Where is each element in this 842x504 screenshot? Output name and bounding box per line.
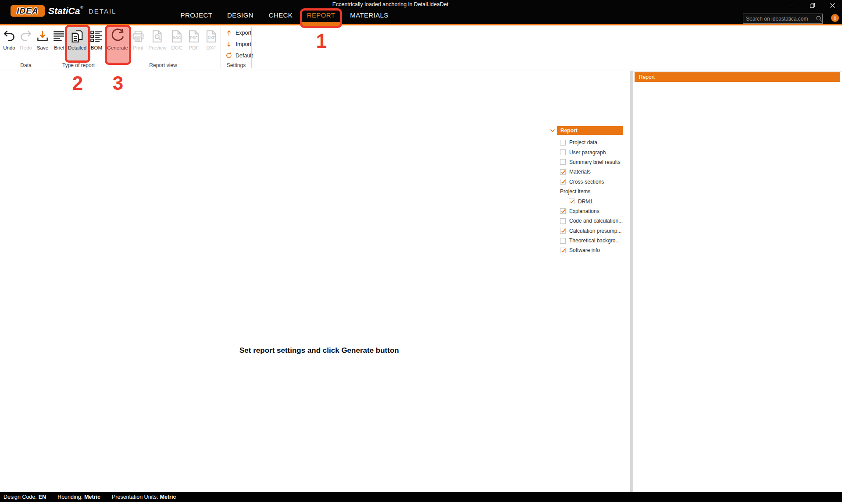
tree-item-label: Calculation presump... xyxy=(569,228,621,234)
import-icon xyxy=(225,41,233,48)
tree-item-label: Code and calculation... xyxy=(569,218,623,224)
tree-item-label: Materials xyxy=(569,169,591,175)
print-icon xyxy=(131,28,146,45)
brief-button[interactable]: Brief xyxy=(52,26,66,61)
tree-item-label: Explanations xyxy=(569,208,599,214)
button-label: DXF xyxy=(207,45,217,50)
redo-button: Redo xyxy=(18,26,34,61)
report-settings-tree: Report Project dataUser paragraphSummary… xyxy=(549,126,633,256)
maximize-button[interactable] xyxy=(806,1,819,11)
checkbox-checked[interactable] xyxy=(560,228,566,234)
annotation-box-generate xyxy=(105,25,131,65)
ribbon-divider xyxy=(251,27,252,68)
tree-item[interactable]: Project data xyxy=(549,138,633,147)
status-label: Presentation Units: xyxy=(112,494,158,500)
search-icon[interactable] xyxy=(816,15,822,22)
tree-item[interactable]: Software info xyxy=(549,245,633,255)
main-menu-tabs: PROJECTDESIGNCHECKREPORTMATERIALS xyxy=(0,11,842,21)
checkbox-unchecked[interactable] xyxy=(560,238,566,244)
bom-button[interactable]: BOM xyxy=(88,26,105,61)
redo-icon xyxy=(18,28,33,45)
tree-header-report[interactable]: Report xyxy=(557,126,623,135)
annotation-number-2: 2 xyxy=(72,74,83,93)
checkbox-checked[interactable] xyxy=(560,169,566,175)
registered-mark: ® xyxy=(80,5,83,10)
tree-item[interactable]: Explanations xyxy=(549,206,633,216)
report-panel-header: Report xyxy=(635,72,840,82)
tree-item[interactable]: Code and calculation... xyxy=(549,216,633,226)
export-icon xyxy=(225,29,232,36)
status-value: EN xyxy=(39,494,46,500)
button-label: Brief xyxy=(54,45,64,50)
tree-item[interactable]: Calculation presump... xyxy=(549,226,633,236)
info-icon[interactable]: i xyxy=(831,14,839,22)
tree-group-label: Project items xyxy=(549,187,633,196)
close-button[interactable] xyxy=(826,1,839,11)
tree-item-label: Software info xyxy=(569,247,600,253)
button-label: Print xyxy=(133,45,143,50)
button-label: Export xyxy=(235,30,251,36)
button-label: PDF xyxy=(189,45,199,50)
tree-header-row: Report xyxy=(549,126,633,135)
tab-check[interactable]: CHECK xyxy=(269,11,293,19)
svg-text:PDF: PDF xyxy=(190,35,198,40)
tree-item-label: Project items xyxy=(560,188,590,195)
ribbon-group-label: Settings xyxy=(221,62,251,70)
status-label: Rounding: xyxy=(57,494,82,500)
tree-item[interactable]: Materials xyxy=(549,167,633,177)
tree-item[interactable]: Cross-sections xyxy=(549,177,633,187)
restore-icon xyxy=(810,2,815,10)
status-item: Design Code:EN xyxy=(4,494,46,500)
tree-item[interactable]: Summary brief results xyxy=(549,157,633,167)
dxf-button: DXFDXF xyxy=(202,26,221,61)
app-window: IDEA StatiCa ® DETAIL Eccentrically load… xyxy=(0,0,842,504)
tree-item-label: Theoretical backgro... xyxy=(569,238,620,244)
tree-item[interactable]: DRM1 xyxy=(549,196,633,206)
status-value: Metric xyxy=(160,494,176,500)
panel-divider[interactable] xyxy=(630,71,633,492)
report-tree-items: Project dataUser paragraphSummary brief … xyxy=(549,138,633,256)
chevron-down-icon[interactable] xyxy=(550,129,555,132)
checkbox-checked[interactable] xyxy=(560,179,566,185)
default-button[interactable]: Default xyxy=(221,50,251,61)
empty-state-message: Set report settings and click Generate b… xyxy=(239,346,399,355)
search-box xyxy=(743,14,823,24)
checkbox-checked[interactable] xyxy=(560,208,566,214)
tree-item[interactable]: Theoretical backgro... xyxy=(549,236,633,245)
status-item: Presentation Units:Metric xyxy=(112,494,176,500)
pdf-button: PDFPDF xyxy=(186,26,202,61)
annotation-box-detailed xyxy=(65,25,90,63)
tree-item-label: User paragraph xyxy=(569,149,606,156)
checkbox-unchecked[interactable] xyxy=(560,218,566,224)
checkbox-unchecked[interactable] xyxy=(560,149,566,155)
status-bar: Design Code:ENRounding:MetricPresentatio… xyxy=(0,492,842,502)
search-input[interactable] xyxy=(743,16,816,22)
undo-icon xyxy=(2,28,17,45)
checkbox-unchecked[interactable] xyxy=(560,159,566,165)
tree-item-label: DRM1 xyxy=(578,199,593,205)
tree-item-label: Summary brief results xyxy=(569,159,621,165)
tab-design[interactable]: DESIGN xyxy=(227,11,253,19)
checkbox-unchecked[interactable] xyxy=(560,140,566,146)
tree-item-label: Project data xyxy=(569,139,597,146)
annotation-number-1: 1 xyxy=(316,32,327,51)
checkbox-checked[interactable] xyxy=(569,199,574,204)
ribbon-group-data: UndoRedoSaveData xyxy=(0,25,51,70)
button-label: Default xyxy=(235,53,253,59)
tree-item[interactable]: User paragraph xyxy=(549,147,633,157)
button-label: Preview xyxy=(149,45,167,50)
undo-button[interactable]: Undo xyxy=(1,26,18,61)
save-button[interactable]: Save xyxy=(34,26,51,61)
doc-icon: DOC xyxy=(169,28,184,45)
close-icon xyxy=(830,2,835,10)
checkbox-checked[interactable] xyxy=(560,248,566,253)
tab-project[interactable]: PROJECT xyxy=(181,11,213,19)
preview-button: Preview xyxy=(147,26,168,61)
ribbon-group-settings: ExportImportDefaultSettings xyxy=(221,25,251,70)
tab-materials[interactable]: MATERIALS xyxy=(350,11,389,19)
annotation-box-report-tab xyxy=(300,8,342,28)
export-button[interactable]: Export xyxy=(221,27,251,39)
minimize-button[interactable] xyxy=(785,1,798,11)
save-icon xyxy=(35,28,50,45)
import-button[interactable]: Import xyxy=(221,39,251,50)
